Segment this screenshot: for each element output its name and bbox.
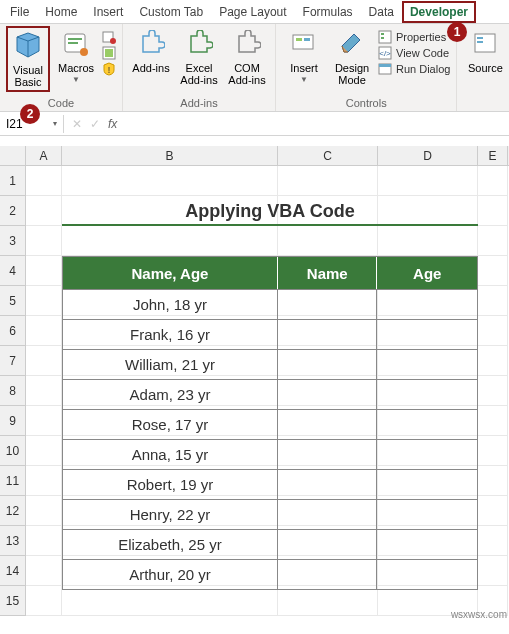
td-age[interactable] bbox=[377, 499, 477, 529]
insert-control-button[interactable]: Insert ▼ bbox=[282, 26, 326, 87]
cancel-formula-icon[interactable]: ✕ bbox=[72, 117, 82, 131]
td-age[interactable] bbox=[377, 379, 477, 409]
cell[interactable] bbox=[26, 196, 62, 226]
cell[interactable] bbox=[62, 226, 278, 256]
td-age[interactable] bbox=[377, 319, 477, 349]
td-age[interactable] bbox=[377, 469, 477, 499]
cell[interactable] bbox=[478, 526, 508, 556]
cell[interactable] bbox=[478, 436, 508, 466]
row-header[interactable]: 13 bbox=[0, 526, 26, 556]
design-mode-button[interactable]: Design Mode bbox=[330, 26, 374, 88]
td-name[interactable] bbox=[278, 559, 378, 589]
cell[interactable] bbox=[478, 196, 508, 226]
col-header-D[interactable]: D bbox=[378, 146, 478, 165]
cell[interactable] bbox=[26, 466, 62, 496]
view-code-button[interactable]: </>View Code bbox=[378, 46, 450, 60]
col-header-B[interactable]: B bbox=[62, 146, 278, 165]
td-name[interactable] bbox=[278, 499, 378, 529]
td-age[interactable] bbox=[377, 559, 477, 589]
record-macro-button[interactable] bbox=[102, 30, 116, 44]
cell[interactable] bbox=[478, 406, 508, 436]
cell[interactable] bbox=[62, 166, 278, 196]
cell[interactable] bbox=[378, 226, 478, 256]
cell[interactable] bbox=[26, 166, 62, 196]
td-name-age[interactable]: Adam, 23 yr bbox=[63, 379, 278, 409]
cell[interactable] bbox=[278, 166, 378, 196]
tab-developer[interactable]: Developer bbox=[402, 1, 476, 23]
cell[interactable] bbox=[278, 226, 378, 256]
tab-file[interactable]: File bbox=[2, 1, 37, 23]
td-name[interactable] bbox=[278, 349, 378, 379]
cell[interactable] bbox=[26, 346, 62, 376]
worksheet-grid[interactable]: 1 2 3 4 5 6 7 8 bbox=[0, 166, 509, 616]
cell[interactable] bbox=[26, 406, 62, 436]
cell[interactable] bbox=[26, 436, 62, 466]
cell[interactable] bbox=[26, 376, 62, 406]
cell[interactable] bbox=[26, 556, 62, 586]
td-name-age[interactable]: Elizabeth, 25 yr bbox=[63, 529, 278, 559]
col-header-A[interactable]: A bbox=[26, 146, 62, 165]
row-header[interactable]: 6 bbox=[0, 316, 26, 346]
row-header[interactable]: 8 bbox=[0, 376, 26, 406]
row-header[interactable]: 7 bbox=[0, 346, 26, 376]
cell[interactable] bbox=[478, 466, 508, 496]
td-name-age[interactable]: Arthur, 20 yr bbox=[63, 559, 278, 589]
fx-button[interactable]: fx bbox=[108, 117, 117, 131]
cell[interactable] bbox=[26, 256, 62, 286]
col-header-C[interactable]: C bbox=[278, 146, 378, 165]
cell[interactable] bbox=[478, 226, 508, 256]
td-name-age[interactable]: Anna, 15 yr bbox=[63, 439, 278, 469]
tab-home[interactable]: Home bbox=[37, 1, 85, 23]
cell[interactable] bbox=[478, 256, 508, 286]
source-button[interactable]: Source bbox=[463, 26, 507, 76]
td-age[interactable] bbox=[377, 439, 477, 469]
properties-button[interactable]: Properties bbox=[378, 30, 450, 44]
td-name[interactable] bbox=[278, 439, 378, 469]
row-header[interactable]: 10 bbox=[0, 436, 26, 466]
row-header[interactable]: 11 bbox=[0, 466, 26, 496]
cell[interactable] bbox=[26, 316, 62, 346]
td-age[interactable] bbox=[377, 529, 477, 559]
cell[interactable] bbox=[478, 316, 508, 346]
cell[interactable] bbox=[478, 496, 508, 526]
row-header[interactable]: 12 bbox=[0, 496, 26, 526]
cell[interactable] bbox=[478, 346, 508, 376]
tab-custom[interactable]: Custom Tab bbox=[131, 1, 211, 23]
enter-formula-icon[interactable]: ✓ bbox=[90, 117, 100, 131]
col-header-E[interactable]: E bbox=[478, 146, 508, 165]
cell[interactable] bbox=[26, 526, 62, 556]
row-header[interactable]: 5 bbox=[0, 286, 26, 316]
macro-security-button[interactable]: ! bbox=[102, 62, 116, 76]
addins-button[interactable]: Add-ins bbox=[129, 26, 173, 76]
cell[interactable] bbox=[378, 166, 478, 196]
cell[interactable] bbox=[62, 586, 278, 616]
excel-addins-button[interactable]: Excel Add-ins bbox=[177, 26, 221, 88]
td-age[interactable] bbox=[377, 289, 477, 319]
td-name-age[interactable]: Frank, 16 yr bbox=[63, 319, 278, 349]
td-age[interactable] bbox=[377, 349, 477, 379]
row-header[interactable]: 1 bbox=[0, 166, 26, 196]
td-name[interactable] bbox=[278, 379, 378, 409]
cell[interactable] bbox=[26, 586, 62, 616]
cell[interactable] bbox=[478, 556, 508, 586]
cell[interactable] bbox=[26, 496, 62, 526]
row-header[interactable]: 3 bbox=[0, 226, 26, 256]
formula-input[interactable] bbox=[125, 122, 509, 126]
cell[interactable] bbox=[478, 166, 508, 196]
row-header[interactable]: 9 bbox=[0, 406, 26, 436]
macros-button[interactable]: Macros ▼ bbox=[54, 26, 98, 87]
row-header[interactable]: 15 bbox=[0, 586, 26, 616]
td-name-age[interactable]: John, 18 yr bbox=[63, 289, 278, 319]
td-name-age[interactable]: William, 21 yr bbox=[63, 349, 278, 379]
cell[interactable] bbox=[478, 376, 508, 406]
td-name[interactable] bbox=[278, 409, 378, 439]
cell[interactable] bbox=[278, 586, 378, 616]
td-age[interactable] bbox=[377, 409, 477, 439]
com-addins-button[interactable]: COM Add-ins bbox=[225, 26, 269, 88]
tab-page-layout[interactable]: Page Layout bbox=[211, 1, 294, 23]
row-header[interactable]: 2 bbox=[0, 196, 26, 226]
cell[interactable] bbox=[26, 226, 62, 256]
tab-insert[interactable]: Insert bbox=[85, 1, 131, 23]
td-name-age[interactable]: Robert, 19 yr bbox=[63, 469, 278, 499]
td-name-age[interactable]: Rose, 17 yr bbox=[63, 409, 278, 439]
